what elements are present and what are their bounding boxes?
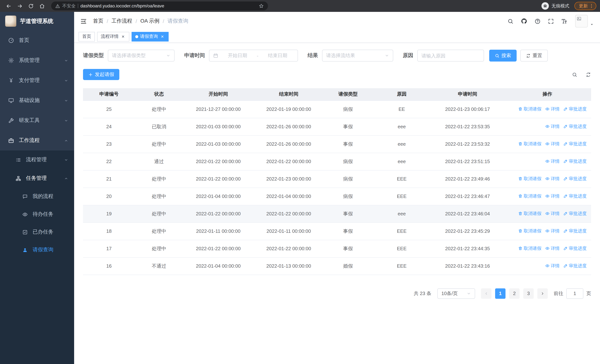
- cell-type: 事假: [324, 205, 372, 222]
- progress-link[interactable]: 审批进度: [563, 123, 587, 130]
- bookmark-star-icon[interactable]: [259, 3, 264, 9]
- detail-link[interactable]: 详情: [545, 176, 560, 182]
- row-actions: 取消请假详情审批进度: [504, 101, 591, 118]
- github-icon[interactable]: [521, 18, 527, 24]
- breadcrumb-item[interactable]: 首页: [93, 18, 103, 24]
- address-bar[interactable]: 不安全 dashboard.yudao.iocoder.cn/bpm/oa/le…: [51, 1, 268, 10]
- cancel-link[interactable]: 取消请假: [518, 245, 542, 252]
- calendar-icon: [213, 53, 218, 58]
- sidebar-item-dev-tools[interactable]: 研发工具: [0, 111, 74, 131]
- sidebar-item-system-management[interactable]: 系统管理: [0, 50, 74, 70]
- table-row: 20处理中2022-01-04 00:00:002022-01-04 00:00…: [83, 187, 591, 205]
- cancel-link[interactable]: 取消请假: [518, 176, 542, 182]
- sidebar-item-done-tasks[interactable]: 已办任务: [0, 223, 74, 241]
- reload-icon[interactable]: [26, 1, 36, 11]
- menu-fold-icon[interactable]: [80, 18, 87, 25]
- sidebar-item-my-process[interactable]: 我的流程: [0, 187, 74, 205]
- detail-link[interactable]: 详情: [545, 123, 560, 130]
- browser-home-icon[interactable]: [37, 1, 47, 11]
- security-label[interactable]: 不安全: [62, 3, 75, 9]
- browser-menu-icon[interactable]: [589, 3, 594, 9]
- eye-icon: [545, 194, 550, 198]
- progress-link[interactable]: 审批进度: [563, 106, 587, 112]
- cancel-link[interactable]: 取消请假: [518, 141, 542, 147]
- sidebar-item-label: 基础设施: [19, 97, 64, 104]
- content: 请假类型 请选择请假类型 申请时间 开始日期 - 结束日期: [74, 43, 600, 364]
- sidebar-item-task-management[interactable]: 任务管理: [0, 169, 74, 187]
- progress-link[interactable]: 审批进度: [563, 263, 587, 269]
- avatar[interactable]: [575, 15, 588, 28]
- chevron-down-icon: [64, 58, 68, 63]
- breadcrumb-item[interactable]: 工作流程: [112, 18, 132, 24]
- forward-icon[interactable]: [15, 1, 24, 11]
- progress-link[interactable]: 审批进度: [563, 193, 587, 199]
- sidebar-item-payment-management[interactable]: 支付管理: [0, 70, 74, 90]
- sidebar: 芋道管理系统 首页系统管理支付管理基础设施研发工具工作流程 流程管理任务管理我的…: [0, 12, 74, 364]
- page-3-button[interactable]: 3: [523, 288, 534, 299]
- progress-link[interactable]: 审批进度: [563, 211, 587, 217]
- detail-link[interactable]: 详情: [545, 211, 560, 217]
- sidebar-item-todo-tasks[interactable]: 待办任务: [0, 205, 74, 223]
- column-header: 状态: [135, 88, 183, 101]
- detail-link[interactable]: 详情: [545, 158, 560, 165]
- update-button[interactable]: 更新: [574, 2, 596, 10]
- cancel-link[interactable]: 取消请假: [518, 228, 542, 234]
- leave-type-select[interactable]: 请选择请假类型: [108, 50, 175, 62]
- cell-start: 2022-01-22 00:00:00: [183, 170, 253, 187]
- eye-icon: [545, 229, 550, 233]
- tab-leave-query[interactable]: 请假查询×: [131, 32, 169, 41]
- reset-button[interactable]: 重置: [520, 50, 548, 62]
- eye-icon: [545, 159, 550, 164]
- cancel-link[interactable]: 取消请假: [518, 106, 542, 112]
- tab-home[interactable]: 首页: [79, 32, 95, 41]
- cell-id: 23: [83, 135, 135, 153]
- search-button[interactable]: 搜索: [489, 50, 517, 62]
- progress-link[interactable]: 审批进度: [563, 245, 587, 252]
- toggle-search-icon[interactable]: [572, 72, 577, 77]
- detail-link[interactable]: 详情: [545, 106, 560, 112]
- tab-process-detail[interactable]: 流程详情×: [97, 32, 129, 41]
- sidebar-item-leave-query[interactable]: 请假查询: [0, 241, 74, 259]
- sidebar-item-home[interactable]: 首页: [0, 30, 74, 50]
- reason-input[interactable]: [418, 50, 484, 61]
- close-icon[interactable]: ×: [121, 34, 126, 39]
- sidebar-item-infrastructure[interactable]: 基础设施: [0, 90, 74, 111]
- goto-label: 前往: [554, 290, 563, 297]
- fullscreen-icon[interactable]: [548, 18, 554, 24]
- search-icon[interactable]: [507, 18, 514, 24]
- progress-link[interactable]: 审批进度: [563, 228, 587, 234]
- close-icon[interactable]: ×: [160, 34, 165, 39]
- refresh-icon: [526, 53, 531, 58]
- create-leave-button[interactable]: 发起请假: [83, 69, 119, 80]
- column-header: 操作: [504, 88, 591, 101]
- next-page-button[interactable]: [537, 288, 548, 299]
- detail-link[interactable]: 详情: [545, 263, 560, 269]
- refresh-table-icon[interactable]: [586, 72, 591, 77]
- back-icon[interactable]: [4, 1, 13, 11]
- progress-link[interactable]: 审批进度: [563, 158, 587, 165]
- page-1-button[interactable]: 1: [495, 288, 506, 299]
- page-size-select[interactable]: 10条/页: [437, 288, 475, 299]
- breadcrumb-item[interactable]: OA 示例: [141, 18, 159, 24]
- help-icon[interactable]: [534, 18, 541, 24]
- detail-link[interactable]: 详情: [545, 193, 560, 199]
- detail-link[interactable]: 详情: [545, 141, 560, 147]
- progress-link[interactable]: 审批进度: [563, 176, 587, 182]
- detail-link[interactable]: 详情: [545, 245, 560, 252]
- progress-link[interactable]: 审批进度: [563, 141, 587, 147]
- result-label: 结果: [308, 52, 318, 59]
- url-text[interactable]: dashboard.yudao.iocoder.cn/bpm/oa/leave: [80, 3, 256, 9]
- goto-page-input[interactable]: [566, 288, 583, 299]
- user-menu[interactable]: [575, 15, 594, 28]
- font-size-icon[interactable]: [561, 18, 567, 24]
- prev-page-button[interactable]: [481, 288, 491, 299]
- result-select[interactable]: 请选择流结果: [322, 50, 393, 62]
- cancel-link[interactable]: 取消请假: [518, 193, 542, 199]
- sidebar-item-process-management[interactable]: 流程管理: [0, 150, 74, 169]
- check-square-icon: [22, 229, 28, 235]
- page-2-button[interactable]: 2: [509, 288, 520, 299]
- apply-time-range-picker[interactable]: 开始日期 - 结束日期: [209, 50, 298, 62]
- sidebar-item-workflow[interactable]: 工作流程: [0, 131, 74, 150]
- detail-link[interactable]: 详情: [545, 228, 560, 234]
- cancel-link[interactable]: 取消请假: [518, 211, 542, 217]
